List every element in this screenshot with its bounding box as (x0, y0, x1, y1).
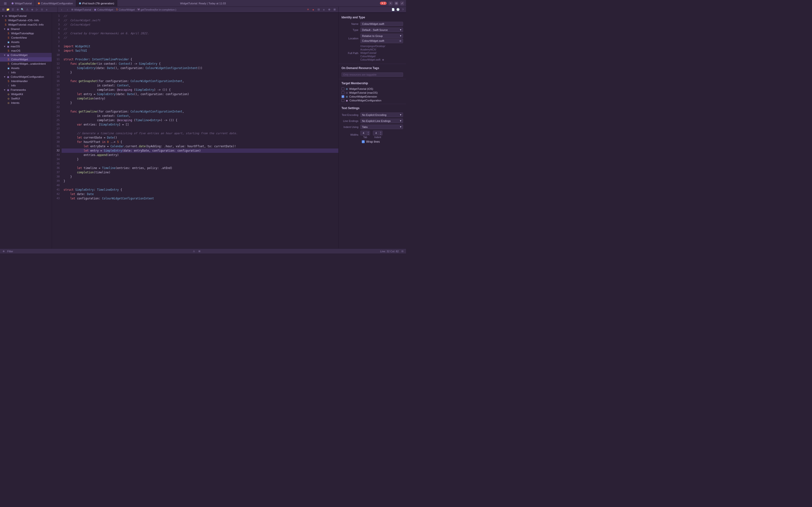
target-checkbox-configuration[interactable] (342, 99, 344, 102)
line-num-13: 13 (52, 66, 62, 70)
folder-icon: ▣ (6, 53, 10, 57)
sidebar-item-widget-kit[interactable]: ⊙ WidgetKit (0, 92, 52, 96)
toolbar-inspect[interactable]: ⊕ (327, 8, 331, 12)
inspector-file-icon[interactable]: 📄 (391, 7, 395, 12)
tab-ipod-touch[interactable]: iPod touch (7th generation) (76, 0, 117, 6)
breadcrumb-item-1[interactable]: ⊞ WidgetTutorial (71, 8, 91, 11)
sidebar-item-colour-widget-config-intent[interactable]: S ColourWidget...urationIntent (0, 62, 52, 66)
ios-icon: ⊞ (346, 88, 348, 90)
nav-icon-sidebar[interactable]: ⊟ (1, 7, 5, 12)
inspector-encoding-select[interactable]: No Explicit Encoding ▾ (360, 113, 403, 117)
tab-decrement[interactable]: ▼ (367, 133, 370, 135)
nav-icon-reports[interactable]: ≡ (45, 7, 49, 12)
error-badge[interactable]: ✕ 2 (380, 2, 387, 5)
line-num-18: 18 (52, 88, 62, 92)
sidebar-item-widget-tutorial-app[interactable]: S WidgetTutorialApp (0, 31, 52, 36)
target-label-macos: WidgetTutorial (macOS) (349, 91, 378, 94)
tab-stepper[interactable]: 4 ▲ ▼ (360, 131, 370, 135)
sidebar-item-macos[interactable]: ▶ ▣ macOS (0, 44, 52, 49)
sidebar-item-widget-tutorial[interactable]: ▶ ⊞ WidgetTutorial (0, 14, 52, 18)
target-row-macos[interactable]: ⊡ WidgetTutorial (macOS) (339, 91, 406, 95)
nav-icon-breakpoints[interactable]: ⊙ (40, 7, 44, 12)
toolbar-error[interactable]: ✕ (306, 8, 310, 12)
code-line-32: let entry = SimpleEntry(date: entryDate,… (62, 149, 338, 153)
tab-widget-tutorial[interactable]: WidgetTutorial (9, 0, 35, 6)
target-checkbox-extension[interactable]: ✓ (342, 95, 344, 98)
sidebar-item-info-config[interactable]: i Info (0, 83, 52, 88)
sidebar-item-colour-widget-configuration[interactable]: ▶ ▣ ColourWidgetConfiguration (0, 74, 52, 79)
line-num-14: 14 (52, 70, 62, 74)
toolbar-error2[interactable]: ● (311, 8, 315, 12)
filter-icon[interactable]: ⊕ (2, 249, 5, 253)
fullscreen-button[interactable]: ⤢ (400, 1, 404, 5)
sidebar-item-intents[interactable]: ⊙ Intents (0, 101, 52, 105)
target-row-configuration[interactable]: ◉ ColourWidgetConfiguration (339, 99, 406, 102)
sidebar-item-content-view[interactable]: S ContentView (0, 36, 52, 40)
inspector-location-select[interactable]: Relative to Group ▾ (360, 34, 403, 38)
target-row-ios[interactable]: ⊞ WidgetTutorial (iOS) (339, 87, 406, 91)
toolbar-inspector-toggle[interactable]: ⊞ (333, 8, 337, 12)
breadcrumb-item-2[interactable]: ▣ ColourWidget (94, 8, 113, 11)
inspector-indent-using-select[interactable]: Tabs ▾ (360, 125, 403, 129)
code-line-19: let entry = SimpleEntry(date: Date(), co… (62, 92, 338, 96)
line-num-38: 38 (52, 175, 62, 179)
sidebar-item-frameworks[interactable]: ▶ ▣ Frameworks (0, 88, 52, 92)
inspector-line-endings-select[interactable]: No Explicit Line Endings ▾ (360, 119, 403, 123)
indent-increment[interactable]: ▲ (379, 131, 382, 133)
nav-icon-symbols[interactable]: ⊕ (15, 7, 20, 12)
line-num-4: 4 (52, 27, 62, 31)
toolbar-split[interactable]: ⊟ (317, 8, 320, 12)
editor-content[interactable]: 1 2 3 4 5 6 7 8 9 10 11 12 13 14 15 16 1… (52, 13, 338, 248)
filter-label[interactable]: Filter (7, 250, 13, 253)
folder-icon: ▣ (6, 27, 10, 31)
toolbar-list[interactable]: ≡ (322, 8, 326, 12)
nav-icon-find[interactable]: 🔍 (20, 7, 24, 12)
toolbar-forward[interactable]: › (65, 8, 69, 12)
swift-icon: S (4, 23, 7, 26)
nav-icon-debug[interactable]: ▷ (35, 7, 39, 12)
target-checkbox-ios[interactable] (342, 88, 344, 90)
sidebar-item-ios-info[interactable]: S WidgetTutorial--iOS--Info (0, 18, 52, 22)
indent-stepper[interactable]: 4 ▲ ▼ (373, 131, 383, 135)
nav-icon-files[interactable]: 📁 (6, 7, 10, 12)
breadcrumb-item-3[interactable]: S ColourWidget (116, 8, 135, 11)
nav-icon-source[interactable]: ☰ (11, 7, 15, 12)
target-row-extension[interactable]: ✓ ⊞ ColourWidgetExtension (339, 95, 406, 99)
inspector-name-field[interactable]: ColourWidget.swift (360, 22, 403, 26)
sidebar-item-swift-ui[interactable]: ⊙ SwiftUI (0, 96, 52, 101)
tab-colour-widget-config[interactable]: ColourWidgetConfiguration (35, 0, 76, 6)
toolbar-back[interactable]: ‹ (60, 8, 63, 12)
split-view-button[interactable]: ⊟ (394, 1, 398, 5)
sidebar-toggle-tab[interactable]: ⊞ (2, 0, 9, 6)
sidebar-item-macos-target[interactable]: S macOS (0, 49, 52, 53)
line-num-42: 42 (52, 192, 62, 196)
inspector-location-file[interactable]: ColourWidget.swift ⊕ (360, 39, 403, 43)
sidebar-item-colour-widget-folder[interactable]: ▶ ▣ ColourWidget (0, 53, 52, 57)
expand-status-icon[interactable]: ⊟ (401, 249, 404, 253)
wrap-lines-checkbox[interactable]: ✓ (362, 140, 365, 143)
sidebar-item-intent-handler[interactable]: S IntentHandler (0, 79, 52, 83)
sidebar-item-assets2[interactable]: ◼ Assets (0, 66, 52, 70)
indent-label: Indent (374, 136, 381, 138)
sidebar-item-macos-info[interactable]: S WidgetTutorial--macOS--Info (0, 22, 52, 27)
code-line-31: let entryDate = Calendar.current.date(by… (62, 144, 338, 149)
add-tab-button[interactable]: + (389, 1, 393, 5)
sidebar-item-shared[interactable]: ▶ ▣ Shared (0, 27, 52, 31)
sidebar-item-assets[interactable]: ◼ Assets (0, 40, 52, 44)
inspector-type-select[interactable]: Default - Swift Source ▾ (360, 27, 403, 32)
breadcrumb-item-4[interactable]: M getTimeline(for:in:completion:) (138, 8, 176, 11)
inspector-on-demand-field[interactable]: Only resources are taggable (342, 72, 403, 77)
nav-icon-tests[interactable]: ◈ (30, 7, 34, 12)
inspector-help-icon[interactable]: ? (401, 7, 405, 12)
sidebar-item-colour-widget-file[interactable]: S ColourWidget (0, 57, 52, 62)
code-area[interactable]: // // ColourWidget.swift // ColourWidget… (62, 13, 338, 248)
nav-icon-issues[interactable]: ⚠ (25, 7, 30, 12)
inspector-history-icon[interactable]: 🕐 (396, 7, 400, 12)
tab-increment[interactable]: ▲ (367, 131, 370, 133)
indent-decrement[interactable]: ▼ (379, 133, 382, 135)
inspector-row-name: Name ColourWidget.swift (339, 21, 406, 27)
target-checkbox-macos[interactable] (342, 91, 344, 94)
code-line-34: } (62, 157, 338, 162)
editor[interactable]: 1 2 3 4 5 6 7 8 9 10 11 12 13 14 15 16 1… (52, 13, 338, 248)
sidebar-item-info-colour[interactable]: i Info (0, 70, 52, 74)
